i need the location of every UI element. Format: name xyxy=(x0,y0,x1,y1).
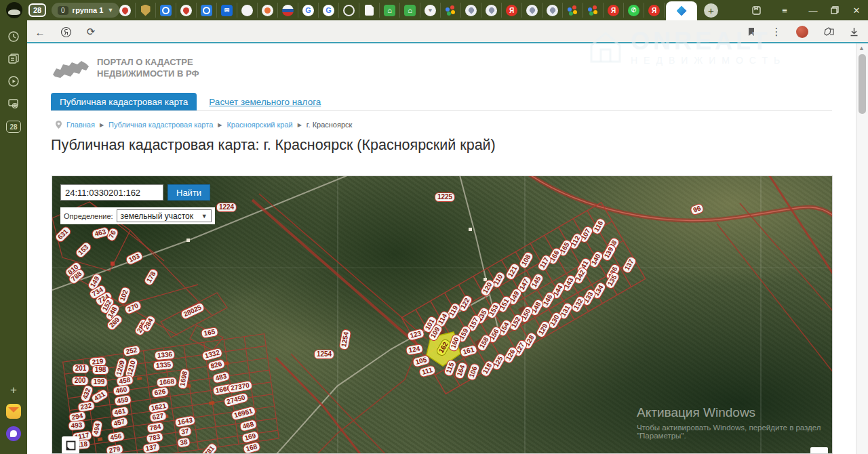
new-tab-button[interactable]: + xyxy=(704,3,718,18)
parcel-label-27450[interactable]: 27450 xyxy=(223,392,249,408)
parcel-label-457[interactable]: 457 xyxy=(110,416,128,430)
map-corner-button[interactable] xyxy=(810,447,828,454)
tab-favicon-whatsapp[interactable]: ✆ xyxy=(624,3,644,18)
breadcrumb-region[interactable]: Красноярский край xyxy=(226,121,292,129)
tab-favicon-pin-red[interactable] xyxy=(176,3,197,18)
window-restore-button[interactable] xyxy=(823,0,846,20)
parcel-label-461[interactable]: 461 xyxy=(111,406,130,418)
yandex-search-icon[interactable] xyxy=(58,25,73,39)
tab-favicon-house[interactable]: ⌂ xyxy=(400,3,420,18)
notes-icon[interactable] xyxy=(0,49,27,68)
tab-group-pill[interactable]: 0 группа 1 ▼ xyxy=(52,3,119,18)
yandex-mail-icon[interactable] xyxy=(0,402,27,421)
tab-favicon-doc[interactable] xyxy=(359,3,380,18)
tab-counter-badge[interactable]: 28 xyxy=(28,3,46,17)
window-minimize-button[interactable]: — xyxy=(802,0,825,20)
parcel-label-16951[interactable]: 16951 xyxy=(231,406,256,421)
parcel-label-139[interactable]: 139 xyxy=(601,243,617,262)
parcel-label-153[interactable]: 153 xyxy=(74,241,92,259)
history-icon[interactable] xyxy=(0,27,27,46)
parcel-label-1668[interactable]: 1668 xyxy=(156,377,177,388)
tab-favicon-yandex[interactable]: Я xyxy=(502,3,522,18)
parcel-label-116[interactable]: 116 xyxy=(591,217,607,236)
scrollbar-thumb[interactable] xyxy=(859,54,866,114)
parcel-label-111[interactable]: 111 xyxy=(418,365,436,378)
download-icon[interactable] xyxy=(846,25,861,39)
tab-favicon-google[interactable]: G xyxy=(319,3,339,18)
parcel-label-1698[interactable]: 1698 xyxy=(177,368,190,390)
parcel-label-158[interactable]: 158 xyxy=(476,333,492,352)
parcel-label-279[interactable]: 279 xyxy=(106,444,124,454)
parcel-label-140[interactable]: 140 xyxy=(588,250,604,269)
parcel-label-781[interactable]: 781 xyxy=(201,442,219,454)
collections-icon[interactable] xyxy=(822,25,837,39)
cadastral-map[interactable]: 6314637615310381078814917873472410215227… xyxy=(52,176,833,454)
refresh-button[interactable]: ⟳ xyxy=(83,25,98,39)
sidebar-tab-counter[interactable]: 28 xyxy=(0,117,27,136)
parcel-label-493[interactable]: 493 xyxy=(68,420,85,431)
parcel-label-168[interactable]: 168 xyxy=(242,441,260,454)
parcel-label-137[interactable]: 137 xyxy=(142,442,161,454)
parcel-label-200[interactable]: 200 xyxy=(72,376,89,386)
parcel-label-178[interactable]: 178 xyxy=(143,268,159,287)
breadcrumb-map[interactable]: Публичная кадастровая карта xyxy=(108,121,213,129)
parcel-label-121[interactable]: 121 xyxy=(505,262,521,281)
parcel-label-1643[interactable]: 1643 xyxy=(174,415,196,428)
parcel-label-123[interactable]: 123 xyxy=(406,328,425,342)
active-tab[interactable] xyxy=(666,1,697,20)
parcel-label-124[interactable]: 124 xyxy=(406,344,424,356)
tab-favicon-map-pin[interactable] xyxy=(461,3,481,18)
tab-favicon-gdots[interactable] xyxy=(441,3,461,18)
parcel-label-106[interactable]: 106 xyxy=(466,363,481,381)
browser-logo-icon[interactable] xyxy=(6,2,22,18)
extensions-menu-icon[interactable]: ⋮ xyxy=(769,25,784,39)
tab-favicon-yandex[interactable]: Я xyxy=(644,3,665,18)
map-layers-button[interactable] xyxy=(62,436,79,454)
definition-select[interactable]: земельный участок ▼ xyxy=(117,209,212,222)
back-button[interactable]: ← xyxy=(33,25,47,39)
tab-favicon-blue-app[interactable] xyxy=(156,3,176,18)
parcel-label-1224[interactable]: 1224 xyxy=(216,203,237,212)
parcel-label-103[interactable]: 103 xyxy=(125,250,144,266)
tab-land-tax-calc[interactable]: Расчет земельного налога xyxy=(209,97,321,107)
tab-public-cadastral-map[interactable]: Публичная кадастровая карта xyxy=(51,93,197,111)
page-scrollbar[interactable]: ▲ xyxy=(856,43,868,454)
parcel-label-1336[interactable]: 1336 xyxy=(154,350,175,361)
parcel-label-826[interactable]: 826 xyxy=(207,358,225,372)
parcel-label-161[interactable]: 161 xyxy=(459,344,477,358)
parcel-label-165[interactable]: 165 xyxy=(201,327,219,339)
parcel-label-1254[interactable]: 1254 xyxy=(338,329,351,350)
tab-favicon-pin-red[interactable] xyxy=(115,3,136,18)
parcel-label-626[interactable]: 626 xyxy=(151,386,170,398)
parcel-label-28025[interactable]: 28025 xyxy=(180,302,205,321)
tab-favicon-flag-ru[interactable] xyxy=(278,3,298,18)
parcel-label-1335[interactable]: 1335 xyxy=(153,360,174,371)
parcel-label-627[interactable]: 627 xyxy=(149,411,167,423)
parcel-label-1225[interactable]: 1225 xyxy=(435,192,455,202)
screenshot-icon[interactable] xyxy=(0,94,27,113)
window-close-button[interactable]: ✕ xyxy=(845,0,868,20)
browser-menu-icon[interactable]: ≡ xyxy=(773,0,796,20)
sidebar-add-icon[interactable]: + xyxy=(0,381,27,400)
bookmark-icon[interactable] xyxy=(744,25,759,39)
parcel-label-102[interactable]: 102 xyxy=(117,286,132,305)
tab-favicon-google[interactable]: G xyxy=(298,3,319,18)
tab-favicon-white[interactable] xyxy=(237,3,258,18)
parcel-label-252[interactable]: 252 xyxy=(123,345,141,357)
tab-favicon-blue-app[interactable] xyxy=(197,3,217,18)
parcel-label-631[interactable]: 631 xyxy=(54,225,72,243)
tab-favicon-orange[interactable] xyxy=(258,3,278,18)
parcel-label-494[interactable]: 494 xyxy=(91,420,103,438)
tab-favicon-ring[interactable] xyxy=(339,3,359,18)
cadastral-number-input[interactable] xyxy=(60,184,163,201)
parcel-label-199[interactable]: 199 xyxy=(91,377,108,387)
tab-favicon-gdots[interactable] xyxy=(583,3,604,18)
parcel-label-96[interactable]: 96 xyxy=(690,203,705,216)
parcel-label-108[interactable]: 108 xyxy=(518,251,534,270)
tab-favicon-yandex[interactable]: Я xyxy=(604,3,624,18)
parcel-label-120[interactable]: 120 xyxy=(479,278,496,297)
breadcrumb-home[interactable]: Главная xyxy=(66,121,95,129)
parcel-label-784[interactable]: 784 xyxy=(146,421,165,434)
tab-favicon-house[interactable]: ⌂ xyxy=(380,3,400,18)
alice-assistant-icon[interactable] xyxy=(0,424,27,443)
